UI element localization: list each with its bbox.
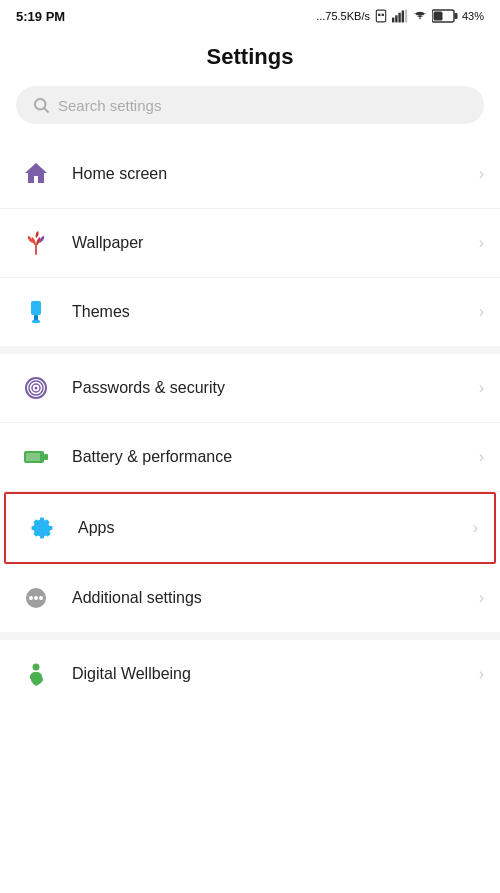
sim-icon [374,9,388,23]
themes-icon [21,297,51,327]
apps-icon-wrapper [22,508,62,548]
page-title: Settings [0,32,500,86]
search-icon [32,96,50,114]
wallpaper-icon-wrapper [16,223,56,263]
svg-rect-22 [26,453,40,461]
home-screen-icon-wrapper [16,154,56,194]
digital-wellbeing-icon [21,659,51,689]
passwords-chevron: › [479,379,484,397]
home-screen-label: Home screen [72,165,479,183]
settings-group-2: Passwords & security › Battery & perform… [0,354,500,632]
svg-line-12 [44,108,48,112]
svg-rect-4 [395,15,397,22]
svg-rect-0 [376,10,385,22]
status-icons: ...75.5KB/s 43% [316,9,484,23]
settings-group-1: Home screen › Wallpaper › [0,140,500,346]
passwords-icon [21,373,51,403]
additional-icon-wrapper [16,578,56,618]
svg-rect-3 [392,18,394,23]
search-bar[interactable]: Search settings [16,86,484,124]
group-divider-2 [0,632,500,640]
svg-rect-2 [382,14,384,16]
settings-item-wallpaper[interactable]: Wallpaper › [0,209,500,278]
battery-icon [432,9,458,23]
wallpaper-chevron: › [479,234,484,252]
settings-group-3: Digital Wellbeing › [0,640,500,708]
digital-wellbeing-icon-wrapper [16,654,56,694]
svg-point-11 [35,99,46,110]
battery-chevron: › [479,448,484,466]
svg-rect-10 [433,12,442,21]
svg-rect-21 [44,454,48,460]
search-bar-wrapper: Search settings [0,86,500,140]
apps-chevron: › [473,519,478,537]
battery-perf-icon [21,442,51,472]
additional-icon [21,583,51,613]
passwords-icon-wrapper [16,368,56,408]
home-icon [21,159,51,189]
wifi-icon [412,9,428,23]
settings-item-additional[interactable]: Additional settings › [0,564,500,632]
settings-item-themes[interactable]: Themes › [0,278,500,346]
battery-label: Battery & performance [72,448,479,466]
apps-icon [27,513,57,543]
apps-label: Apps [78,519,473,537]
svg-rect-15 [32,320,40,323]
svg-rect-5 [398,13,400,23]
additional-label: Additional settings [72,589,479,607]
signal-icon [392,9,408,23]
svg-rect-1 [378,14,380,16]
themes-icon-wrapper [16,292,56,332]
svg-point-19 [35,387,38,390]
themes-label: Themes [72,303,479,321]
svg-point-27 [33,664,40,671]
svg-rect-6 [402,10,404,22]
themes-chevron: › [479,303,484,321]
home-screen-chevron: › [479,165,484,183]
settings-item-apps[interactable]: Apps › [4,492,496,564]
wallpaper-label: Wallpaper [72,234,479,252]
svg-rect-7 [405,10,407,23]
svg-rect-13 [31,301,41,315]
svg-point-25 [34,596,38,600]
group-divider-1 [0,346,500,354]
settings-item-home-screen[interactable]: Home screen › [0,140,500,209]
wallpaper-icon [21,228,51,258]
network-speed: ...75.5KB/s [316,10,370,22]
additional-chevron: › [479,589,484,607]
settings-item-passwords[interactable]: Passwords & security › [0,354,500,423]
battery-pct: 43% [462,10,484,22]
svg-point-24 [29,596,33,600]
status-bar: 5:19 PM ...75.5KB/s 43% [0,0,500,32]
search-placeholder: Search settings [58,97,161,114]
digital-wellbeing-chevron: › [479,665,484,683]
svg-rect-9 [454,13,457,19]
svg-point-26 [39,596,43,600]
status-time: 5:19 PM [16,9,65,24]
settings-item-digital-wellbeing[interactable]: Digital Wellbeing › [0,640,500,708]
battery-perf-icon-wrapper [16,437,56,477]
settings-item-battery[interactable]: Battery & performance › [0,423,500,492]
passwords-label: Passwords & security [72,379,479,397]
digital-wellbeing-label: Digital Wellbeing [72,665,479,683]
